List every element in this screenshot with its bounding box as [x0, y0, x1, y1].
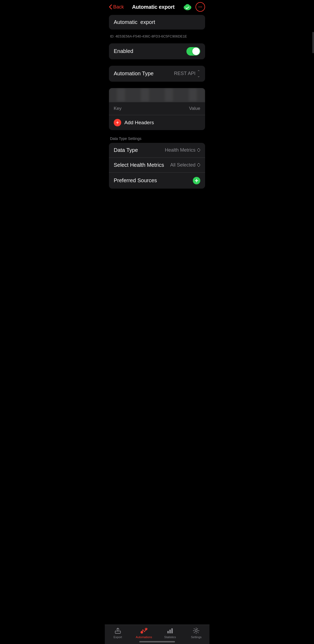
svg-point-6 — [201, 7, 202, 7]
export-id: ID: 4E53E56A-F540-436C-8FD3-6C5FC906DE1E — [109, 32, 205, 43]
add-circle-icon: + — [114, 119, 121, 126]
enabled-toggle[interactable] — [186, 47, 200, 56]
toggle-knob — [192, 48, 200, 55]
data-type-chevron — [197, 148, 200, 152]
automation-type-row[interactable]: Automation Type REST API ⌃⌄ — [109, 66, 205, 82]
key-value-header: Key Value — [109, 102, 205, 115]
preferred-sources-label: Preferred Sources — [114, 177, 157, 184]
blurred-url-row — [109, 88, 205, 102]
data-settings-card: Data Type Health Metrics Select Health M… — [109, 143, 205, 189]
select-health-metrics-label: Select Health Metrics — [114, 162, 164, 168]
navigation-bar: Back Automatic export — [105, 0, 209, 15]
health-metrics-chevron — [197, 163, 200, 167]
data-type-value: Health Metrics — [165, 147, 200, 153]
preferred-sources-row[interactable]: Preferred Sources — [109, 172, 205, 189]
content-area: ID: 4E53E56A-F540-436C-8FD3-6C5FC906DE1E… — [105, 15, 209, 210]
data-type-label: Data Type — [114, 147, 138, 153]
preferred-sources-icon — [193, 177, 200, 184]
chevron-icon: ⌃⌄ — [197, 69, 200, 78]
back-button[interactable]: Back — [109, 4, 124, 10]
add-headers-button[interactable]: + Add Headers — [109, 115, 205, 130]
more-button[interactable] — [195, 2, 205, 12]
key-column-label: Key — [114, 106, 157, 111]
add-headers-label: Add Headers — [124, 120, 154, 126]
value-column-label: Value — [157, 106, 201, 111]
headers-section: Key Value + Add Headers — [109, 88, 205, 130]
enabled-row[interactable]: Enabled — [109, 43, 205, 59]
blur-overlay — [109, 88, 205, 102]
export-name-input[interactable] — [114, 19, 200, 25]
select-health-metrics-value: All Selected — [170, 162, 200, 168]
data-type-settings-section-header: Data Type Settings — [109, 136, 205, 143]
nav-actions — [183, 2, 205, 12]
svg-point-5 — [200, 7, 201, 7]
back-label: Back — [113, 4, 124, 10]
page-title: Automatic export — [132, 4, 175, 10]
export-name-field[interactable] — [109, 15, 205, 30]
automation-type-value: REST API ⌃⌄ — [174, 69, 200, 78]
automation-type-label: Automation Type — [114, 70, 154, 77]
enabled-label: Enabled — [114, 48, 133, 54]
cloud-checkmark-icon[interactable] — [183, 2, 192, 12]
data-type-row[interactable]: Data Type Health Metrics — [109, 143, 205, 157]
select-health-metrics-row[interactable]: Select Health Metrics All Selected — [109, 157, 205, 172]
svg-point-4 — [198, 7, 199, 7]
